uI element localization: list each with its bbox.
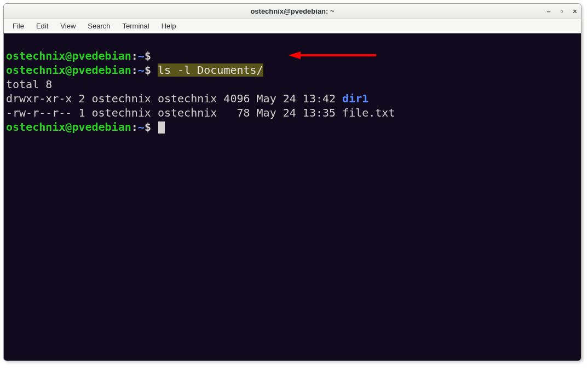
close-button[interactable]: × (572, 8, 578, 15)
highlighted-command: ls -l Documents/ (158, 63, 263, 77)
prompt-colon: : (131, 120, 138, 134)
titlebar[interactable]: ostechnix@pvedebian: ~ – ▫ × (4, 4, 581, 19)
prompt-dollar: $ (145, 63, 151, 77)
row1-dirname: dir1 (342, 92, 368, 105)
window-title: ostechnix@pvedebian: ~ (4, 7, 581, 15)
cmd-text-1 (151, 49, 158, 62)
prompt-line-2: ostechnix@pvedebian:~$ ls -l Documents/ (6, 63, 263, 77)
maximize-button[interactable]: ▫ (559, 8, 564, 15)
prompt-colon: : (131, 49, 138, 62)
prompt-user: ostechnix@pvedebian (6, 120, 131, 134)
prompt-colon: : (131, 63, 138, 77)
menu-terminal[interactable]: Terminal (117, 21, 155, 31)
prompt-user: ostechnix@pvedebian (6, 49, 131, 62)
terminal-pane[interactable]: ostechnix@pvedebian:~$ ostechnix@pvedebi… (4, 33, 581, 361)
menu-help[interactable]: Help (156, 21, 182, 31)
output-row-1: drwxr-xr-x 2 ostechnix ostechnix 4096 Ma… (6, 92, 368, 105)
terminal-window: ostechnix@pvedebian: ~ – ▫ × File Edit V… (3, 3, 581, 361)
row1-columns: drwxr-xr-x 2 ostechnix ostechnix 4096 Ma… (6, 92, 342, 105)
prompt-dollar: $ (145, 49, 151, 62)
menu-edit[interactable]: Edit (31, 21, 54, 31)
prompt-path: ~ (138, 120, 145, 134)
window-scrollbar[interactable] (581, 19, 584, 361)
menu-file[interactable]: File (7, 21, 30, 31)
prompt-line-1: ostechnix@pvedebian:~$ (6, 49, 158, 62)
prompt-path: ~ (138, 63, 145, 77)
minimize-button[interactable]: – (546, 8, 551, 15)
menubar: File Edit View Search Terminal Help (4, 19, 581, 33)
cursor (158, 121, 165, 134)
svg-marker-1 (289, 51, 301, 59)
output-row-2: -rw-r--r-- 1 ostechnix ostechnix 78 May … (6, 106, 395, 119)
prompt-path: ~ (138, 49, 145, 62)
menu-view[interactable]: View (55, 21, 81, 31)
prompt-user: ostechnix@pvedebian (6, 63, 131, 77)
annotation-arrow-icon (289, 50, 376, 60)
prompt-dollar: $ (145, 120, 151, 134)
output-total: total 8 (6, 78, 52, 91)
window-controls: – ▫ × (546, 4, 578, 19)
prompt-line-3: ostechnix@pvedebian:~$ (6, 120, 165, 134)
menu-search[interactable]: Search (82, 21, 116, 31)
